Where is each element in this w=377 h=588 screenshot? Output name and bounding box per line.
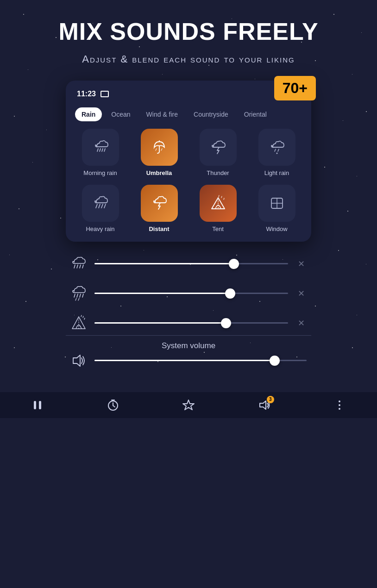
nav-more-button[interactable] xyxy=(333,399,346,412)
pause-icon xyxy=(31,399,44,412)
sound-umbrella[interactable]: Umbrella xyxy=(132,129,186,176)
nav-favorites-button[interactable] xyxy=(182,399,195,412)
svg-line-30 xyxy=(80,294,81,297)
sound-light-rain[interactable]: Light rain xyxy=(250,129,304,176)
distant-mixer-icon xyxy=(70,285,87,302)
svg-line-13 xyxy=(99,204,100,208)
svg-line-9 xyxy=(275,149,276,151)
tent-icon-box xyxy=(200,185,237,222)
heavy-rain-icon xyxy=(91,194,110,213)
sound-heavy-rain[interactable]: Heavy rain xyxy=(73,185,127,232)
morning-rain-icon xyxy=(91,138,110,156)
mixer-row-heavy-rain: ✕ xyxy=(70,256,307,272)
sound-tent[interactable]: Tent xyxy=(191,185,245,232)
tent-slider-track[interactable] xyxy=(94,322,288,324)
svg-line-15 xyxy=(104,204,106,208)
tab-wind-fire[interactable]: Wind & fire xyxy=(140,107,184,121)
subtitle-text: Adjust & blend each sound to your liking xyxy=(82,53,295,65)
tab-ocean[interactable]: Ocean xyxy=(105,107,137,121)
sound-distant[interactable]: Distant xyxy=(132,185,186,232)
window-label: Window xyxy=(266,225,287,232)
page-subtitle: Adjust & blend each sound to your liking xyxy=(82,52,295,67)
svg-point-11 xyxy=(276,152,277,154)
svg-marker-46 xyxy=(183,400,194,410)
svg-line-29 xyxy=(77,294,78,297)
svg-point-48 xyxy=(339,400,340,402)
svg-point-50 xyxy=(339,408,340,410)
battery-icon xyxy=(101,91,109,97)
umbrella-icon-box xyxy=(141,129,178,166)
svg-line-18 xyxy=(219,195,219,197)
nav-pause-button[interactable] xyxy=(31,399,44,412)
mixer-section: ✕ ✕ xyxy=(66,256,311,332)
light-rain-icon-box xyxy=(258,129,295,166)
svg-line-37 xyxy=(83,316,83,318)
svg-marker-47 xyxy=(260,401,266,409)
status-time: 11:23 xyxy=(77,90,96,98)
tab-rain[interactable]: Rain xyxy=(75,107,102,121)
category-tabs: Rain Ocean Wind & fire Countryside Orien… xyxy=(73,104,304,127)
status-bar: 11:23 xyxy=(73,88,304,104)
window-icon-box xyxy=(258,185,295,222)
svg-line-31 xyxy=(82,294,83,297)
system-volume-label: System volume xyxy=(162,341,215,350)
tent-icon xyxy=(209,194,227,213)
distant-icon-box xyxy=(141,185,178,222)
sound-grid-row1: Morning rain Umbrella xyxy=(73,127,304,178)
bottom-nav: 3 xyxy=(0,392,377,418)
svg-point-49 xyxy=(339,404,340,406)
heavy-rain-mixer-icon xyxy=(70,256,87,272)
distant-slider-track[interactable] xyxy=(94,293,288,294)
mixer-row-tent: ✕ xyxy=(70,315,307,332)
svg-line-12 xyxy=(96,204,97,208)
sound-thunder[interactable]: Thunder xyxy=(191,129,245,176)
distant-icon xyxy=(150,194,169,213)
svg-line-19 xyxy=(221,196,222,198)
volume-icon xyxy=(70,352,87,369)
svg-line-14 xyxy=(101,204,103,208)
distant-label: Distant xyxy=(149,225,169,232)
thunder-icon-box xyxy=(200,129,237,166)
svg-line-36 xyxy=(81,315,82,317)
sound-grid-row2: Heavy rain Distant xyxy=(73,183,304,234)
heavy-rain-label: Heavy rain xyxy=(86,225,114,232)
distant-remove-button[interactable]: ✕ xyxy=(295,288,307,299)
tent-remove-button[interactable]: ✕ xyxy=(295,318,307,329)
phone-mockup: 70+ 11:23 Rain Ocean Wind & fire Country… xyxy=(66,81,311,242)
light-rain-label: Light rain xyxy=(264,169,289,176)
svg-line-1 xyxy=(100,149,101,151)
nav-volume-button[interactable]: 3 xyxy=(258,399,270,412)
tab-countryside[interactable]: Countryside xyxy=(187,107,235,121)
svg-line-10 xyxy=(278,149,279,151)
umbrella-label: Umbrella xyxy=(146,169,172,176)
svg-line-44 xyxy=(113,406,115,407)
svg-line-6 xyxy=(156,149,157,150)
svg-line-3 xyxy=(104,149,105,151)
morning-rain-icon-box xyxy=(82,129,119,166)
tent-label: Tent xyxy=(212,225,224,232)
tab-oriental[interactable]: Oriental xyxy=(238,107,273,121)
svg-line-33 xyxy=(78,298,79,300)
svg-line-26 xyxy=(80,265,81,268)
light-rain-icon xyxy=(268,138,286,156)
svg-rect-41 xyxy=(39,401,41,409)
morning-rain-label: Morning rain xyxy=(83,169,117,176)
mixer-divider xyxy=(66,335,311,336)
umbrella-icon xyxy=(150,138,169,156)
tent-mixer-icon xyxy=(70,315,87,332)
svg-line-38 xyxy=(84,318,85,319)
heavy-rain-remove-button[interactable]: ✕ xyxy=(295,258,307,269)
heavy-rain-icon-box xyxy=(82,185,119,222)
sound-window[interactable]: Window xyxy=(250,185,304,232)
sound-count-badge: 70+ xyxy=(274,76,316,100)
sound-morning-rain[interactable]: Morning rain xyxy=(73,129,127,176)
heavy-rain-slider-track[interactable] xyxy=(94,263,288,264)
nav-timer-button[interactable] xyxy=(107,399,119,412)
system-volume-row xyxy=(66,352,311,369)
main-content: MIX SOUNDS FREELY Adjust & blend each so… xyxy=(0,0,377,378)
thunder-label: Thunder xyxy=(207,169,229,176)
system-volume-slider-track[interactable] xyxy=(94,360,307,361)
svg-line-0 xyxy=(97,149,98,151)
timer-icon xyxy=(107,399,119,412)
svg-line-7 xyxy=(161,149,162,150)
